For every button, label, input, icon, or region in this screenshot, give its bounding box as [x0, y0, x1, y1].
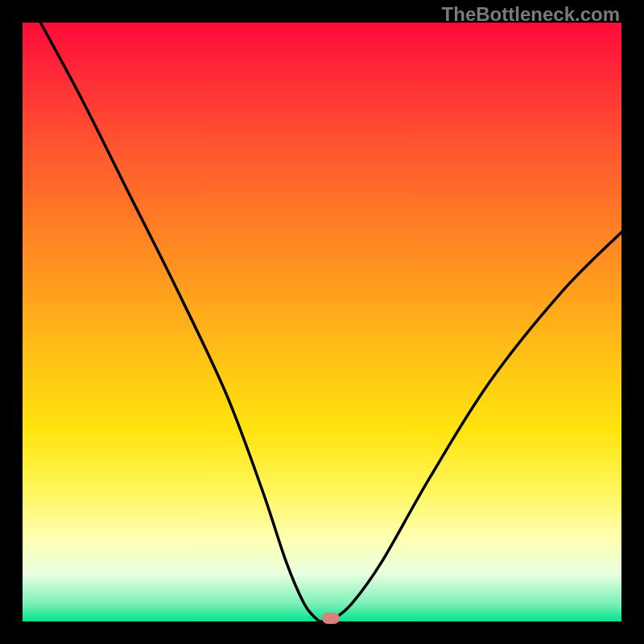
- curve-path: [40, 23, 621, 621]
- chart-frame: TheBottleneck.com: [0, 0, 644, 644]
- minimum-marker: [322, 613, 340, 624]
- plot-area: [23, 23, 621, 621]
- bottleneck-curve: [23, 23, 621, 621]
